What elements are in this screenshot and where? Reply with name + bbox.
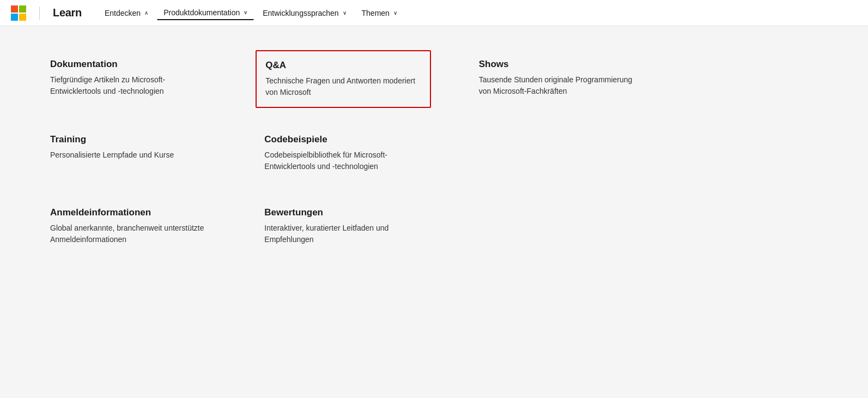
chevron-icon-entdecken: ∧ <box>144 10 148 16</box>
logo-quad-yellow <box>19 14 26 21</box>
chevron-icon-entwicklungssprachen: ∨ <box>343 10 347 16</box>
nav-item-entwicklungssprachen[interactable]: Entwicklungssprachen ∨ <box>256 7 353 20</box>
nav-item-entdecken[interactable]: Entdecken ∧ <box>98 7 155 20</box>
chevron-icon-produktdokumentation: ∨ <box>244 9 247 15</box>
nav-item-themen[interactable]: Themen ∨ <box>355 7 404 20</box>
nav-label-themen: Themen <box>362 9 390 17</box>
nav-label-entwicklungssprachen: Entwicklungssprachen <box>263 9 338 17</box>
navbar: Learn Entdecken ∧ Produktdokumentation ∨… <box>0 0 868 26</box>
nav-label-produktdokumentation: Produktdokumentation <box>163 8 240 17</box>
logo-divider <box>39 7 40 20</box>
logo-quad-blue <box>11 14 18 21</box>
chevron-icon-themen: ∨ <box>393 10 397 16</box>
nav-menu: Entdecken ∧ Produktdokumentation ∨ Entwi… <box>98 6 404 20</box>
logo-quad-red <box>11 5 18 13</box>
microsoft-logo <box>11 5 26 21</box>
brand-label: Learn <box>53 7 82 19</box>
logo-quad-green <box>19 5 26 13</box>
nav-item-produktdokumentation[interactable]: Produktdokumentation ∨ <box>157 6 254 20</box>
nav-label-entdecken: Entdecken <box>105 9 141 17</box>
logo-container[interactable]: Learn <box>11 5 82 21</box>
